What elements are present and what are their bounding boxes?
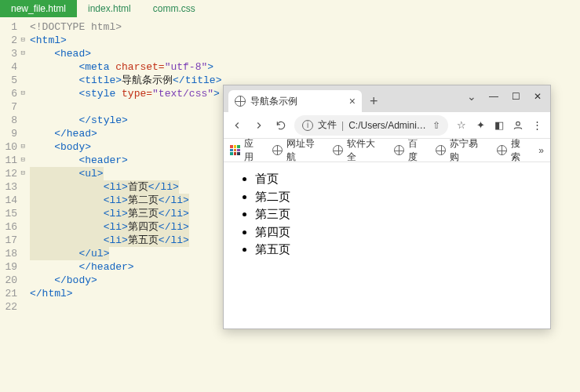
globe-icon — [272, 145, 283, 155]
line-number: 5 — [0, 74, 27, 87]
code-line[interactable]: <!DOCTYPE html> — [30, 20, 580, 34]
line-number: 12⊟ — [0, 167, 27, 180]
apps-shortcut[interactable]: 应用 — [230, 137, 263, 164]
bookmark-label: 软件大全 — [347, 137, 384, 164]
address-bar[interactable]: i 文件 | C:/Users/Administr... ⇧ — [294, 115, 448, 136]
extensions-icon[interactable]: ✦ — [472, 117, 489, 134]
bookmarks-overflow-icon[interactable]: » — [538, 145, 544, 156]
code-line[interactable]: <html> — [30, 34, 580, 47]
globe-icon — [394, 145, 404, 155]
line-number: 22 — [0, 300, 27, 314]
line-number: 4 — [0, 60, 27, 74]
back-button[interactable] — [228, 117, 246, 134]
svg-point-0 — [516, 122, 520, 125]
list-item: 第二页 — [255, 188, 539, 206]
code-line[interactable]: <meta charset="utf-8"> — [30, 60, 580, 74]
browser-tab[interactable]: 导航条示例 × — [228, 90, 362, 112]
bookmark-label: 苏宁易购 — [450, 137, 487, 164]
list-item: 第五页 — [255, 241, 539, 259]
line-number: 6⊟ — [0, 87, 27, 100]
line-number: 15 — [0, 207, 27, 220]
info-icon: i — [302, 120, 313, 131]
line-number: 14 — [0, 194, 27, 207]
sidepanel-icon[interactable]: ◧ — [491, 117, 508, 134]
globe-icon — [235, 96, 246, 107]
line-number: 16 — [0, 220, 27, 234]
line-number: 21 — [0, 287, 27, 300]
bookmark-item[interactable]: 网址导航 — [272, 137, 323, 164]
close-tab-icon[interactable]: × — [349, 95, 356, 107]
address-path: C:/Users/Administr... — [348, 120, 428, 131]
line-number: 1 — [0, 20, 27, 34]
fold-toggle-icon[interactable]: ⊟ — [19, 154, 25, 167]
profile-icon[interactable] — [509, 117, 527, 134]
page-list: 首页第二页第三页第四页第五页 — [235, 170, 539, 259]
close-window-button[interactable]: ✕ — [527, 87, 549, 106]
editor-tab[interactable]: comm.css — [142, 0, 206, 17]
line-number: 18 — [0, 247, 27, 260]
globe-icon — [333, 145, 343, 155]
line-number: 17 — [0, 234, 27, 247]
list-item: 首页 — [255, 170, 539, 188]
minimize-button[interactable]: — — [483, 87, 505, 106]
editor-tab[interactable]: index.html — [77, 0, 142, 17]
line-number: 3⊟ — [0, 47, 27, 60]
share-icon[interactable]: ⇧ — [432, 120, 440, 131]
editor-tab-strip: new_file.htmlindex.htmlcomm.css — [0, 0, 580, 17]
page-viewport: 首页第二页第三页第四页第五页 — [224, 162, 550, 328]
line-number: 2⊟ — [0, 34, 27, 47]
line-number: 20 — [0, 274, 27, 287]
line-number: 7 — [0, 100, 27, 114]
star-icon[interactable]: ☆ — [453, 117, 470, 134]
fold-toggle-icon[interactable]: ⊟ — [19, 34, 25, 47]
list-item: 第四页 — [255, 223, 539, 241]
globe-icon — [497, 145, 507, 155]
bookmark-label: 搜索 — [511, 137, 530, 164]
list-item: 第三页 — [255, 205, 539, 223]
browser-titlebar: 导航条示例 × + ⌄ — ☐ ✕ — [224, 85, 550, 112]
line-number: 19 — [0, 260, 27, 274]
code-line[interactable]: <head> — [30, 47, 580, 60]
line-number: 9 — [0, 127, 27, 140]
new-tab-button[interactable]: + — [362, 90, 386, 112]
forward-button[interactable] — [250, 117, 268, 134]
line-number: 10⊟ — [0, 140, 27, 154]
bookmark-item[interactable]: 搜索 — [497, 137, 530, 164]
fold-toggle-icon[interactable]: ⊟ — [19, 87, 25, 100]
line-number: 8 — [0, 114, 27, 127]
address-prefix: 文件 — [318, 118, 337, 132]
menu-icon[interactable]: ⋮ — [528, 117, 545, 134]
window-controls: ⌄ — ☐ ✕ — [461, 87, 549, 106]
fold-toggle-icon[interactable]: ⊟ — [19, 140, 25, 154]
bookmark-item[interactable]: 软件大全 — [333, 137, 384, 164]
fold-toggle-icon[interactable]: ⊟ — [19, 47, 25, 60]
browser-tab-title: 导航条示例 — [250, 95, 345, 108]
line-number: 13 — [0, 180, 27, 194]
apps-icon — [230, 145, 240, 155]
browser-toolbar: i 文件 | C:/Users/Administr... ⇧ ☆ ✦ ◧ ⋮ — [224, 112, 550, 139]
line-number: 11⊟ — [0, 154, 27, 167]
globe-icon — [436, 145, 446, 155]
reload-button[interactable] — [272, 117, 290, 134]
bookmark-label: 网址导航 — [286, 137, 323, 164]
maximize-button[interactable]: ☐ — [505, 87, 527, 106]
apps-label: 应用 — [244, 137, 263, 164]
chevron-down-icon[interactable]: ⌄ — [461, 87, 483, 106]
bookmark-item[interactable]: 苏宁易购 — [436, 137, 487, 164]
line-number-gutter: 12⊟3⊟456⊟78910⊟11⊟12⊟1314151617181920212… — [0, 20, 27, 392]
bookmarks-bar: 应用 网址导航软件大全百度苏宁易购搜索 » — [224, 139, 550, 162]
fold-toggle-icon[interactable]: ⊟ — [19, 167, 25, 180]
browser-window: 导航条示例 × + ⌄ — ☐ ✕ i 文件 | C:/Users/Admini… — [223, 85, 551, 329]
editor-tab[interactable]: new_file.html — [0, 0, 77, 17]
bookmark-label: 百度 — [408, 137, 427, 164]
bookmark-item[interactable]: 百度 — [394, 137, 427, 164]
